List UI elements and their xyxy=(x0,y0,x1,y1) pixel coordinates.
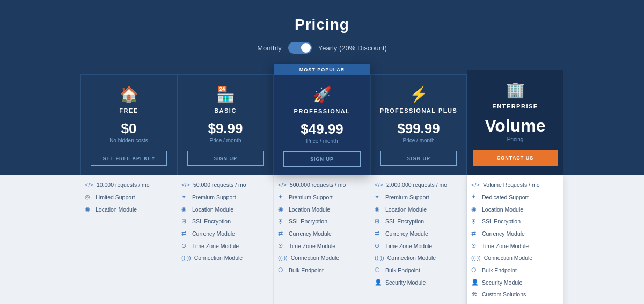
feature-proplus-requests: </> 2.000.000 requests / mo xyxy=(375,182,462,188)
shield-icon-pro: ⛨ xyxy=(278,218,286,225)
plan-icon-basic: 🏪 xyxy=(183,85,268,103)
feature-ent-support: ✦ Dedicated Support xyxy=(471,193,559,200)
feature-pro-timezone: ⊙ Time Zone Module xyxy=(278,242,365,249)
plan-inner-professional-plus: ⚡ PROFESSIONAL PLUS $99.99 Price / month… xyxy=(371,75,466,175)
signup-button-professional[interactable]: SIGN UP xyxy=(283,151,361,167)
billing-toggle[interactable] xyxy=(288,42,312,54)
free-api-key-button[interactable]: GET FREE API KEY xyxy=(91,151,167,166)
features-col-basic: </> 50.000 requests / mo ✦ Premium Suppo… xyxy=(177,175,274,304)
billing-toggle-row: Monthly Yearly (20% Discount) xyxy=(0,42,644,54)
plan-price-sub-basic: Price / month xyxy=(183,137,268,143)
contact-button-enterprise-top[interactable]: CONTACT US xyxy=(473,150,558,166)
clock-icon-ent: ⊙ xyxy=(471,242,479,249)
plan-price-sub-professional-plus: Price / month xyxy=(376,137,461,143)
bulk-icon-ent: ⬡ xyxy=(471,266,479,273)
plan-inner-free: 🏠 FREE $0 No hidden costs GET FREE API K… xyxy=(81,75,177,175)
plan-name-free: FREE xyxy=(86,107,171,114)
feature-basic-requests: </> 50.000 requests / mo xyxy=(181,182,269,188)
feature-ent-ssl: ⛨ SSL Encryption xyxy=(471,218,559,225)
plan-inner-basic: 🏪 BASIC $9.99 Price / month SIGN UP xyxy=(178,75,273,175)
plan-price-enterprise: Volume xyxy=(473,117,558,134)
plan-name-professional-plus: PROFESSIONAL PLUS xyxy=(376,107,461,114)
wifi-icon-pro: ((·)) xyxy=(278,255,288,261)
code-icon-proplus: </> xyxy=(375,182,383,188)
location-icon-proplus: ◉ xyxy=(375,206,382,213)
clock-icon-pro: ⊙ xyxy=(278,242,286,249)
plan-price-sub-free: No hidden costs xyxy=(86,137,171,143)
plan-price-professional: $49.99 xyxy=(279,122,365,136)
plan-price-sub-professional: Price / month xyxy=(279,138,365,144)
monthly-label: Monthly xyxy=(257,44,282,52)
feature-pro-requests: </> 500.000 requests / mo xyxy=(278,182,365,188)
feature-ent-currency: ⇄ Currency Module xyxy=(471,230,559,237)
yearly-label: Yearly (20% Discount) xyxy=(318,44,387,52)
plan-price-free: $0 xyxy=(86,121,171,135)
feature-ent-location: ◉ Location Module xyxy=(471,206,559,213)
feature-free-support: ◎ Limited Support xyxy=(85,193,172,200)
signup-button-professional-plus[interactable]: SIGN UP xyxy=(380,151,457,166)
feature-pro-currency: ⇄ Currency Module xyxy=(278,230,365,237)
feature-proplus-location: ◉ Location Module xyxy=(375,206,462,213)
feature-basic-timezone: ⊙ Time Zone Module xyxy=(181,242,269,249)
feature-proplus-support: ✦ Premium Support xyxy=(375,193,462,200)
plan-price-professional-plus: $99.99 xyxy=(376,121,461,135)
plan-card-professional: MOST POPULAR 🚀 PROFESSIONAL $49.99 Price… xyxy=(274,64,370,175)
currency-icon-ent: ⇄ xyxy=(471,230,479,237)
code-icon-basic: </> xyxy=(181,182,190,188)
feature-basic-connection: ((·)) Connection Module xyxy=(181,255,269,261)
security-icon-proplus: 👤 xyxy=(375,279,382,286)
feature-pro-bulk: ⬡ Bulk Endpoint xyxy=(278,266,365,273)
plan-icon-professional-plus: ⚡ xyxy=(376,85,461,103)
security-icon-ent: 👤 xyxy=(471,279,479,286)
support-icon: ◎ xyxy=(85,193,92,200)
feature-ent-bulk: ⬡ Bulk Endpoint xyxy=(471,266,559,273)
currency-icon-pro: ⇄ xyxy=(278,230,286,237)
feature-basic-support: ✦ Premium Support xyxy=(181,193,269,200)
plan-card-basic: 🏪 BASIC $9.99 Price / month SIGN UP xyxy=(177,74,274,175)
features-section: </> 10.000 requests / mo ◎ Limited Suppo… xyxy=(0,175,644,304)
plan-price-basic: $9.99 xyxy=(183,121,268,135)
shield-icon-basic: ⛨ xyxy=(181,218,189,225)
feature-free-requests: </> 10.000 requests / mo xyxy=(85,182,172,188)
features-col-enterprise: </> Volume Requests / mo ✦ Dedicated Sup… xyxy=(467,175,564,304)
feature-ent-security: 👤 Security Module xyxy=(471,279,559,286)
plan-icon-free: 🏠 xyxy=(86,85,171,103)
plan-name-professional: PROFESSIONAL xyxy=(279,108,365,114)
code-icon-pro: </> xyxy=(278,182,287,188)
location-icon: ◉ xyxy=(85,206,92,213)
clock-icon-basic: ⊙ xyxy=(181,242,189,249)
plan-inner-enterprise: 🏢 ENTERPRISE Volume Pricing CONTACT US xyxy=(467,70,563,175)
feature-basic-currency: ⇄ Currency Module xyxy=(181,230,269,237)
plan-card-free: 🏠 FREE $0 No hidden costs GET FREE API K… xyxy=(80,74,177,175)
location-icon-ent: ◉ xyxy=(471,206,479,213)
feature-proplus-timezone: ⊙ Time Zone Module xyxy=(375,242,462,249)
pricing-page: Pricing Monthly Yearly (20% Discount) 🏠 … xyxy=(0,0,644,304)
code-icon-ent: </> xyxy=(471,182,480,188)
feature-ent-custom: 🛠 Custom Solutions xyxy=(471,291,559,298)
plans-wrapper: 🏠 FREE $0 No hidden costs GET FREE API K… xyxy=(0,70,644,175)
feature-proplus-connection: ((·)) Connection Module xyxy=(375,255,462,261)
clock-icon-proplus: ⊙ xyxy=(375,242,382,249)
most-popular-badge: MOST POPULAR xyxy=(274,64,370,75)
signup-button-basic[interactable]: SIGN UP xyxy=(187,151,264,166)
features-col-free: </> 10.000 requests / mo ◎ Limited Suppo… xyxy=(80,175,177,304)
feature-ent-connection: ((·)) Connection Module xyxy=(471,255,559,261)
star-icon-ent: ✦ xyxy=(471,193,479,200)
header-section: Pricing Monthly Yearly (20% Discount) 🏠 … xyxy=(0,0,644,175)
star-icon-pro: ✦ xyxy=(278,193,286,200)
feature-pro-location: ◉ Location Module xyxy=(278,206,365,213)
wifi-icon-ent: ((·)) xyxy=(471,255,481,261)
bulk-icon-proplus: ⬡ xyxy=(375,266,382,273)
custom-icon-ent: 🛠 xyxy=(471,291,479,298)
currency-icon-proplus: ⇄ xyxy=(375,230,382,237)
features-col-professional: </> 500.000 requests / mo ✦ Premium Supp… xyxy=(274,175,370,304)
plan-name-enterprise: ENTERPRISE xyxy=(473,103,558,110)
feature-pro-support: ✦ Premium Support xyxy=(278,193,365,200)
plan-icon-enterprise: 🏢 xyxy=(473,81,558,99)
feature-proplus-bulk: ⬡ Bulk Endpoint xyxy=(375,266,462,273)
feature-proplus-security: 👤 Security Module xyxy=(375,279,462,286)
currency-icon-basic: ⇄ xyxy=(181,230,189,237)
plan-icon-professional: 🚀 xyxy=(279,86,365,104)
shield-icon-ent: ⛨ xyxy=(471,218,479,225)
star-icon-proplus: ✦ xyxy=(375,193,382,200)
